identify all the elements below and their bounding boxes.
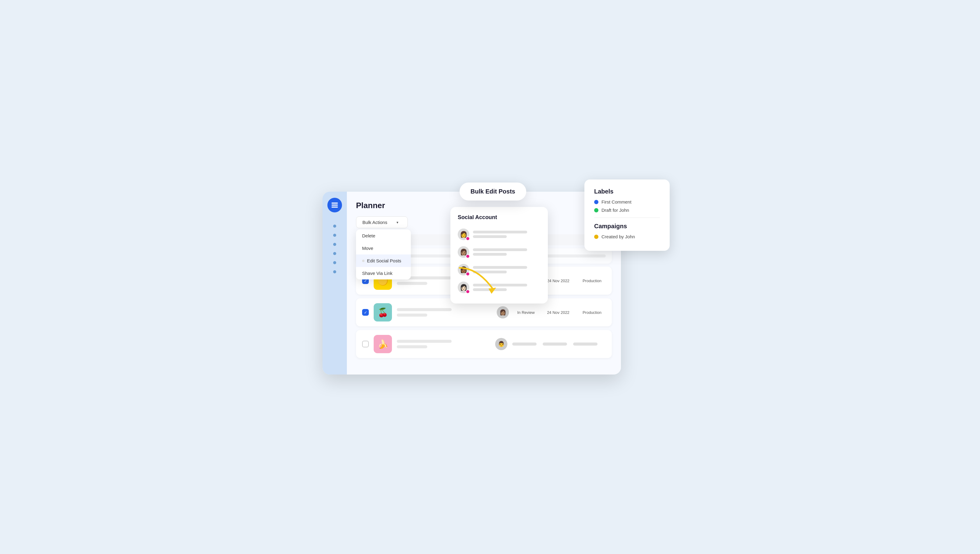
text-bar	[397, 345, 427, 348]
social-bar	[473, 231, 527, 233]
sidebar	[323, 192, 347, 375]
social-account-item-2: 👩🏽	[458, 243, 541, 261]
social-bar	[473, 248, 527, 251]
social-bar	[473, 253, 507, 255]
scene: Labels First Comment Draft for John Camp…	[323, 173, 657, 381]
first-comment-label: First Comment	[601, 199, 631, 204]
label-item-first-comment: First Comment	[594, 199, 660, 204]
bulk-actions-button[interactable]: Bulk Actions ▾	[356, 216, 408, 228]
dropdown-item-delete[interactable]: Delete	[356, 230, 411, 242]
dropdown-item-edit-social-posts[interactable]: Edit Social Posts	[356, 254, 411, 267]
row4-checkbox[interactable]	[362, 341, 369, 347]
text-bar	[397, 308, 452, 311]
label-item-created-by-john: Created by John	[594, 234, 660, 239]
social-text-3	[473, 266, 541, 273]
social-account-item-1: 👩	[458, 225, 541, 243]
draft-for-john-label: Draft for John	[601, 208, 629, 213]
grey-bar	[542, 343, 567, 346]
social-text-4	[473, 284, 541, 291]
shave-via-link-label: Shave Via Link	[362, 271, 393, 276]
table-row: 🍌 👨	[356, 330, 612, 358]
edit-social-posts-label: Edit Social Posts	[367, 258, 401, 263]
sidebar-dot-5	[333, 261, 336, 264]
row3-status: In Review	[514, 310, 538, 315]
row4-text	[397, 340, 490, 348]
label-item-draft-for-john: Draft for John	[594, 208, 660, 213]
created-by-john-label: Created by John	[601, 234, 635, 239]
text-bar	[397, 282, 427, 285]
svg-rect-1	[332, 204, 338, 206]
logo[interactable]	[328, 198, 342, 212]
social-bar	[473, 284, 527, 286]
social-badge-2	[466, 254, 470, 259]
row3-campaign: Production	[578, 310, 606, 315]
social-account-title: Social Account	[458, 214, 541, 220]
dropdown-item-move[interactable]: Move	[356, 242, 411, 254]
social-text-1	[473, 231, 541, 238]
social-badge-3	[466, 272, 470, 276]
labels-title: Labels	[594, 188, 660, 195]
bulk-edit-title: Bulk Edit Posts	[471, 188, 515, 195]
row3-date: 24 Nov 2022	[543, 310, 573, 315]
campaigns-title: Campaigns	[594, 223, 660, 230]
social-account-item-4: 👩🏻	[458, 279, 541, 296]
social-bar	[473, 288, 507, 291]
social-text-2	[473, 248, 541, 255]
row4-avatar: 👨	[495, 338, 508, 350]
row2-campaign: Production	[578, 279, 606, 283]
logo-icon	[331, 201, 339, 209]
grey-bar	[512, 343, 536, 346]
sidebar-dot-2	[333, 234, 336, 237]
text-bar	[397, 314, 427, 317]
social-avatar-1: 👩	[458, 228, 469, 240]
row3-thumbnail: 🍒	[374, 303, 392, 321]
delete-label: Delete	[362, 233, 375, 238]
sidebar-dot-6	[333, 270, 336, 273]
social-badge-1	[466, 236, 470, 241]
dropdown-chevron-icon: ▾	[396, 220, 398, 225]
svg-rect-2	[332, 207, 338, 208]
bulk-edit-popup: Bulk Edit Posts	[460, 182, 526, 201]
social-bar	[473, 235, 507, 238]
row4-thumbnail: 🍌	[374, 335, 392, 353]
row3-checkbox[interactable]	[362, 309, 369, 316]
svg-rect-0	[332, 203, 338, 204]
social-account-popup: Social Account 👩 👩🏽 👩🏾	[450, 207, 548, 303]
popup-divider	[594, 217, 660, 218]
grey-bar	[573, 343, 598, 346]
bulk-actions-dropdown: Delete Move Edit Social Posts Shave Via …	[356, 230, 411, 279]
social-avatar-3: 👩🏾	[458, 264, 469, 275]
bulk-actions-label: Bulk Actions	[363, 220, 387, 225]
row3-avatar: 👩🏽	[497, 306, 509, 318]
edit-social-posts-dot	[362, 260, 364, 262]
text-bar	[397, 340, 452, 343]
social-avatar-2: 👩🏽	[458, 246, 469, 258]
row3-text	[397, 308, 492, 317]
labels-campaigns-popup: Labels First Comment Draft for John Camp…	[584, 179, 670, 251]
social-account-item-3: 👩🏾	[458, 261, 541, 279]
move-label: Move	[362, 246, 373, 251]
bulk-actions-container: Bulk Actions ▾ Delete Move Edit Social P…	[356, 216, 408, 228]
sidebar-dot-3	[333, 243, 336, 246]
social-avatar-4: 👩🏻	[458, 282, 469, 293]
created-by-john-dot	[594, 235, 598, 239]
sidebar-dot-4	[333, 252, 336, 255]
first-comment-dot	[594, 200, 598, 204]
draft-for-john-dot	[594, 208, 598, 212]
dropdown-item-shave-via-link[interactable]: Shave Via Link	[356, 267, 411, 279]
social-bar	[473, 266, 527, 269]
social-badge-4	[466, 289, 470, 294]
social-bar	[473, 271, 507, 273]
sidebar-dot-1	[333, 225, 336, 228]
